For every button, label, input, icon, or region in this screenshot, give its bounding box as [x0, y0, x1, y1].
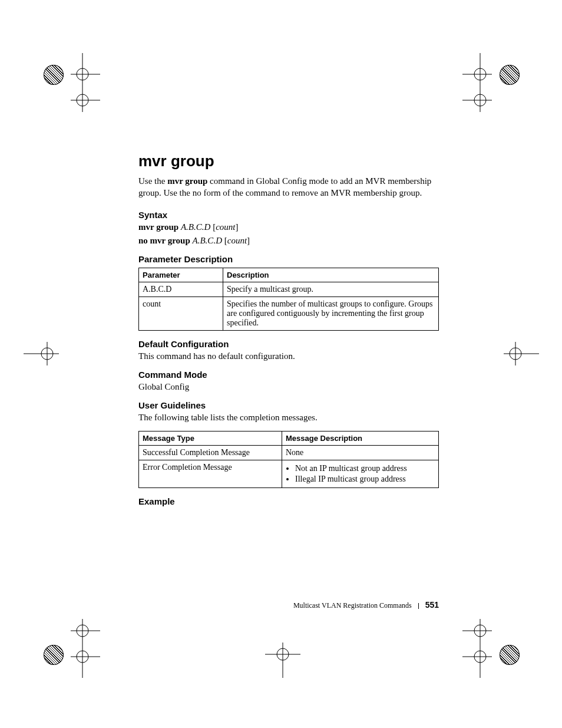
- table-row: A.B.C.D Specify a multicast group.: [139, 282, 439, 297]
- table-cell: Not an IP multicast group address Illega…: [282, 460, 439, 487]
- text: ]: [235, 222, 238, 232]
- bullet-list: Not an IP multicast group address Illega…: [286, 464, 435, 484]
- registration-mark: [71, 53, 118, 112]
- page-content: mvr group Use the mvr group command in G…: [138, 152, 439, 509]
- page-footer: Multicast VLAN Registration Commands 551: [138, 600, 439, 610]
- table-cell: Specify a multicast group.: [223, 282, 439, 297]
- syntax-arg: count: [216, 222, 235, 232]
- syntax-arg: count: [227, 236, 247, 245]
- section-heading-parameter-description: Parameter Description: [138, 254, 439, 264]
- table-cell: Specifies the number of multicast groups…: [223, 297, 439, 330]
- syntax-line: no mvr group A.B.C.D [count]: [138, 236, 439, 246]
- footer-page-number: 551: [425, 600, 439, 610]
- section-heading-user-guidelines: User Guidelines: [138, 400, 439, 410]
- table-cell: Error Completion Message: [139, 460, 282, 487]
- table-cell: Successful Completion Message: [139, 445, 282, 460]
- table-row: Error Completion Message Not an IP multi…: [139, 460, 439, 487]
- table-header: Description: [223, 268, 439, 282]
- hatched-circle-tl: [44, 65, 64, 85]
- registration-mark: [265, 643, 300, 678]
- section-heading-default-configuration: Default Configuration: [138, 339, 439, 349]
- hatched-circle-tr: [500, 65, 520, 85]
- text: [: [210, 222, 216, 232]
- registration-mark: [445, 619, 492, 678]
- footer-chapter: Multicast VLAN Registration Commands: [293, 601, 412, 610]
- registration-mark: [71, 619, 118, 678]
- text: Use the: [138, 176, 167, 186]
- table-cell: A.B.C.D: [139, 282, 223, 297]
- table-cell: count: [139, 297, 223, 330]
- text: ]: [247, 236, 250, 245]
- section-heading-syntax: Syntax: [138, 210, 439, 220]
- registration-mark: [445, 53, 492, 112]
- table-row: count Specifies the number of multicast …: [139, 297, 439, 330]
- list-item: Illegal IP multicast group address: [295, 475, 435, 484]
- section-heading-command-mode: Command Mode: [138, 370, 439, 380]
- hatched-circle-br: [500, 645, 520, 665]
- table-cell: None: [282, 445, 439, 460]
- table-header: Message Description: [282, 431, 439, 445]
- table-header-row: Parameter Description: [139, 268, 439, 282]
- message-table: Message Type Message Description Success…: [138, 431, 439, 488]
- table-header: Message Type: [139, 431, 282, 445]
- parameter-table: Parameter Description A.B.C.D Specify a …: [138, 268, 439, 331]
- syntax-line: mvr group A.B.C.D [count]: [138, 222, 439, 232]
- section-heading-example: Example: [138, 496, 439, 506]
- syntax-arg: A.B.C.D: [193, 236, 222, 245]
- intro-text: Use the mvr group command in Global Conf…: [138, 175, 439, 199]
- text: [: [222, 236, 227, 245]
- registration-mark: [24, 342, 59, 365]
- table-header: Parameter: [139, 268, 223, 282]
- list-item: Not an IP multicast group address: [295, 464, 435, 473]
- body-text: Global Config: [138, 382, 439, 392]
- body-text: This command has no default configuratio…: [138, 351, 439, 361]
- footer-separator: [418, 603, 419, 609]
- command-title: mvr group: [138, 152, 439, 170]
- table-header-row: Message Type Message Description: [139, 431, 439, 445]
- hatched-circle-bl: [44, 645, 64, 665]
- body-text: The following table lists the completion…: [138, 413, 439, 423]
- registration-mark: [504, 342, 539, 365]
- syntax-cmd: no mvr group: [138, 236, 193, 245]
- syntax-arg: A.B.C.D: [181, 222, 210, 232]
- syntax-cmd: mvr group: [138, 222, 181, 232]
- table-row: Successful Completion Message None: [139, 445, 439, 460]
- command-name-inline: mvr group: [167, 176, 207, 186]
